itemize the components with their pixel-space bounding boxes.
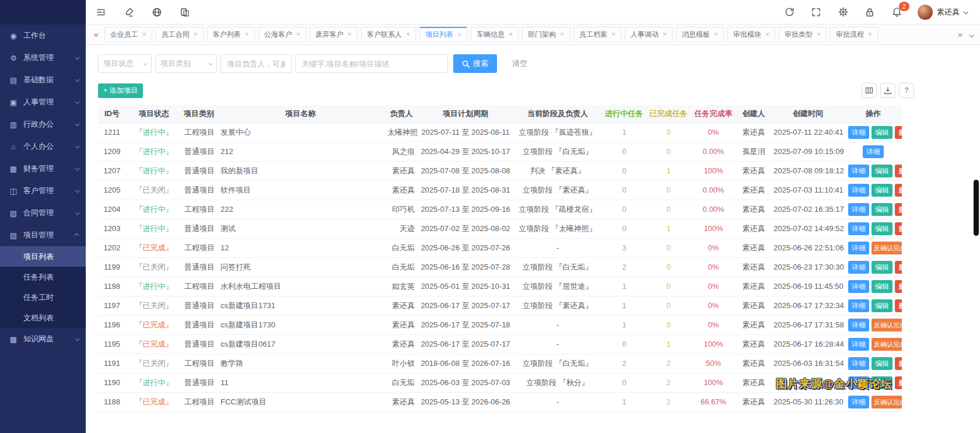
delete-button[interactable]: 删除 <box>895 222 902 235</box>
delete-button[interactable]: 删除 <box>895 203 902 216</box>
tab-close-icon[interactable]: × <box>142 30 146 39</box>
sidebar-item-项目列表[interactable]: 项目列表 <box>0 246 86 267</box>
detail-button[interactable]: 详细 <box>848 261 869 274</box>
delete-button[interactable]: 删除 <box>895 184 902 197</box>
unconfirm-button[interactable]: 反确认完成 <box>872 319 902 331</box>
edit-button[interactable]: 编辑 <box>872 203 892 216</box>
unconfirm-button[interactable]: 反确认完成 <box>872 396 902 408</box>
edit-button[interactable]: 编辑 <box>872 165 892 177</box>
edit-button[interactable]: 编辑 <box>872 222 892 235</box>
layout-copy-icon[interactable] <box>179 6 191 18</box>
sidebar-item-基础数据[interactable]: ▤基础数据 <box>0 69 86 91</box>
detail-button[interactable]: 详细 <box>848 242 869 254</box>
delete-button[interactable]: 删除 <box>895 357 902 370</box>
user-menu[interactable]: 素还真 <box>918 5 967 20</box>
detail-button[interactable]: 详细 <box>848 376 869 389</box>
tab-close-icon[interactable]: × <box>817 30 821 39</box>
lock-icon[interactable] <box>864 6 876 18</box>
sidebar-item-工作台[interactable]: ◉工作台 <box>0 25 86 47</box>
project-status-select[interactable]: 项目状态 <box>98 54 152 73</box>
sidebar-item-项目管理[interactable]: ▨项目管理 <box>0 224 86 246</box>
tab-close-icon[interactable]: × <box>714 30 718 39</box>
sidebar-item-文档列表[interactable]: 文档列表 <box>0 308 86 328</box>
search-button[interactable]: 搜索 <box>453 54 497 73</box>
delete-button[interactable]: 删除 <box>895 280 902 293</box>
tab-close-icon[interactable]: × <box>194 30 198 39</box>
tab-部门架构[interactable]: 部门架构× <box>522 27 570 42</box>
sidebar-item-系统管理[interactable]: ⚙系统管理 <box>0 47 86 69</box>
detail-button[interactable]: 详细 <box>863 145 884 158</box>
detail-button[interactable]: 详细 <box>848 396 869 408</box>
tab-close-icon[interactable]: × <box>509 30 513 39</box>
sidebar-item-个人办公[interactable]: ⌂个人办公 <box>0 135 86 158</box>
detail-button[interactable]: 详细 <box>848 222 869 235</box>
tab-审批类型[interactable]: 审批类型× <box>779 27 827 42</box>
sidebar-item-行政办公[interactable]: ▥行政办公 <box>0 113 86 135</box>
detail-button[interactable]: 详细 <box>848 338 869 351</box>
unconfirm-button[interactable]: 反确认完成 <box>872 338 902 351</box>
detail-button[interactable]: 详细 <box>848 184 869 197</box>
tab-员工档案[interactable]: 员工档案× <box>573 27 621 42</box>
detail-button[interactable]: 详细 <box>848 165 869 177</box>
refresh-icon[interactable] <box>783 6 795 18</box>
edit-button[interactable]: 编辑 <box>872 280 892 293</box>
detail-button[interactable]: 详细 <box>848 299 869 312</box>
tabs-prev-icon[interactable]: « <box>92 30 101 39</box>
help-icon[interactable]: ? <box>899 83 914 98</box>
project-owner-input[interactable] <box>220 54 292 73</box>
tab-公海客户[interactable]: 公海客户× <box>258 27 306 42</box>
column-settings-icon[interactable] <box>862 83 877 98</box>
add-project-button[interactable]: + 添加项目 <box>98 83 143 98</box>
vertical-scrollbar-thumb[interactable] <box>974 180 979 236</box>
edit-button[interactable]: 编辑 <box>872 299 892 312</box>
tab-close-icon[interactable]: × <box>765 30 769 39</box>
edit-button[interactable]: 编辑 <box>872 376 892 389</box>
tab-close-icon[interactable]: × <box>245 30 249 39</box>
sidebar-item-任务工时[interactable]: 任务工时 <box>0 287 86 308</box>
sidebar-item-合同管理[interactable]: ▧合同管理 <box>0 202 86 224</box>
detail-button[interactable]: 详细 <box>848 203 869 216</box>
tab-close-icon[interactable]: × <box>296 30 300 39</box>
keyword-input[interactable] <box>295 54 448 73</box>
tab-企业员工[interactable]: 企业员工× <box>104 27 152 42</box>
sidebar-item-人事管理[interactable]: ▣人事管理 <box>0 91 86 113</box>
project-type-select[interactable]: 项目类别 <box>155 54 217 73</box>
tab-审批模块[interactable]: 审批模块× <box>727 27 775 42</box>
tab-close-icon[interactable]: × <box>406 30 410 39</box>
tab-车辆信息[interactable]: 车辆信息× <box>471 27 519 42</box>
tab-审批流程[interactable]: 审批流程× <box>830 27 878 42</box>
tabs-next-icon[interactable]: » <box>956 30 965 39</box>
theme-brush-icon[interactable] <box>123 6 135 18</box>
sidebar-item-财务管理[interactable]: ▦财务管理 <box>0 158 86 180</box>
tab-close-icon[interactable]: × <box>457 31 461 39</box>
collapse-sidebar-icon[interactable] <box>95 6 107 18</box>
delete-button[interactable]: 删除 <box>895 165 902 177</box>
edit-button[interactable]: 编辑 <box>872 261 892 274</box>
edit-button[interactable]: 编辑 <box>872 357 892 370</box>
detail-button[interactable]: 详细 <box>848 319 869 331</box>
tab-close-icon[interactable]: × <box>560 30 564 39</box>
tab-人事调动[interactable]: 人事调动× <box>625 27 673 42</box>
unconfirm-button[interactable]: 反确认完成 <box>872 242 902 254</box>
delete-button[interactable]: 删除 <box>895 126 902 139</box>
tab-close-icon[interactable]: × <box>663 30 667 39</box>
export-download-icon[interactable] <box>880 83 895 98</box>
settings-gear-icon[interactable] <box>837 6 849 18</box>
tab-客户列表[interactable]: 客户列表× <box>207 27 255 42</box>
tab-项目列表[interactable]: 项目列表× <box>419 27 467 42</box>
tab-消息模板[interactable]: 消息模板× <box>676 27 724 42</box>
edit-button[interactable]: 编辑 <box>872 184 892 197</box>
fullscreen-icon[interactable] <box>810 6 822 18</box>
sidebar-item-任务列表[interactable]: 任务列表 <box>0 267 86 287</box>
detail-button[interactable]: 详细 <box>848 357 869 370</box>
delete-button[interactable]: 删除 <box>895 261 902 274</box>
delete-button[interactable]: 删除 <box>895 376 902 389</box>
language-globe-icon[interactable] <box>151 6 163 18</box>
tab-close-icon[interactable]: × <box>348 30 352 39</box>
tab-客户联系人[interactable]: 客户联系人× <box>361 27 416 42</box>
notification-bell-icon[interactable]: 2 <box>891 6 902 18</box>
delete-button[interactable]: 删除 <box>895 299 902 312</box>
tab-员工合同[interactable]: 员工合同× <box>156 27 204 42</box>
sidebar-item-知识网盘[interactable]: ▩知识网盘 <box>0 328 86 350</box>
edit-button[interactable]: 编辑 <box>872 126 892 139</box>
